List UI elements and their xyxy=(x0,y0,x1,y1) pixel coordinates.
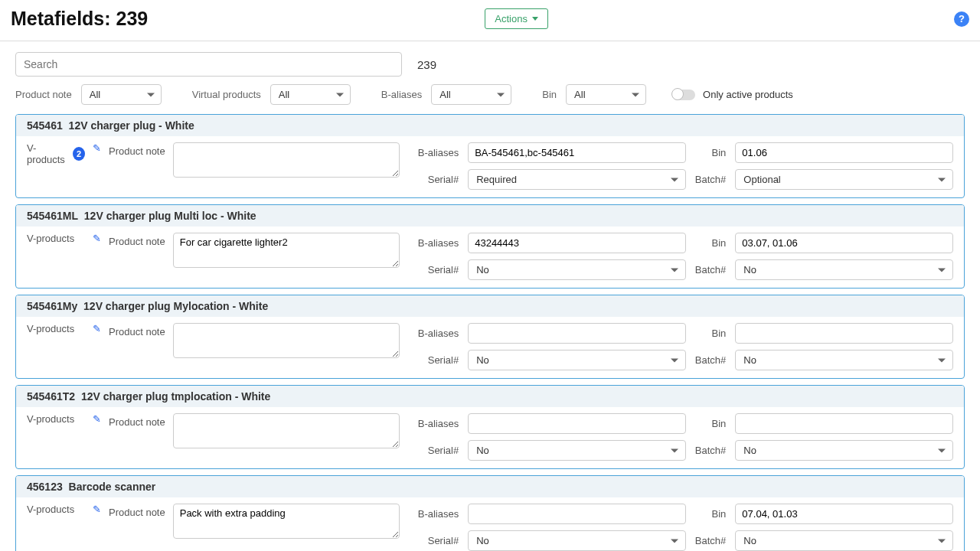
serial-select[interactable]: No xyxy=(468,350,686,370)
bin-label: Bin xyxy=(695,508,726,520)
card-header[interactable]: 545461T2 12V charger plug tmplocation - … xyxy=(16,386,964,407)
product-note-input[interactable] xyxy=(173,142,400,178)
edit-icon[interactable]: ✎ xyxy=(93,233,101,244)
actions-label: Actions xyxy=(495,13,528,24)
product-card: 545461My 12V charger plug Mylocation - W… xyxy=(15,295,965,379)
vproducts-label: V-products xyxy=(27,142,68,165)
edit-icon[interactable]: ✎ xyxy=(93,323,101,334)
product-sku: 545461ML xyxy=(27,210,78,222)
baliases-label: B-aliases xyxy=(418,237,459,249)
product-note-input[interactable] xyxy=(173,413,400,448)
baliases-label: B-aliases xyxy=(418,147,459,158)
bin-label: Bin xyxy=(695,237,726,249)
edit-icon[interactable]: ✎ xyxy=(93,413,101,425)
filter-virtual-products[interactable]: All xyxy=(270,84,351,105)
product-note-label: Product note xyxy=(109,142,165,157)
baliases-label: B-aliases xyxy=(418,418,459,429)
product-name: 12V charger plug Multi loc - White xyxy=(84,210,256,222)
serial-label: Serial# xyxy=(418,264,459,276)
product-card: 545461 12V charger plug - White V-produc… xyxy=(15,114,965,198)
vproducts-badge: 2 xyxy=(73,147,85,161)
product-note-input[interactable]: For car cigarette lighter2 xyxy=(173,233,400,268)
only-active-label: Only active products xyxy=(703,89,793,100)
product-note-label: Product note xyxy=(109,233,165,247)
card-header[interactable]: 545461 12V charger plug - White xyxy=(16,115,964,136)
batch-select[interactable]: No xyxy=(735,530,953,551)
actions-button[interactable]: Actions xyxy=(485,8,548,29)
filter-label-bin: Bin xyxy=(542,89,557,100)
filters-bar: 239 Product note All Virtual products Al… xyxy=(0,41,980,109)
product-name: Barcode scanner xyxy=(69,481,156,493)
vproducts-label: V-products xyxy=(27,504,74,515)
serial-label: Serial# xyxy=(418,174,459,185)
product-sku: 456123 xyxy=(27,481,63,493)
batch-select[interactable]: No xyxy=(735,259,953,280)
batch-select[interactable]: No xyxy=(735,440,953,461)
product-name: 12V charger plug - White xyxy=(69,119,194,132)
vproducts-label: V-products xyxy=(27,413,74,425)
help-icon[interactable]: ? xyxy=(954,11,969,27)
product-card: 545461ML 12V charger plug Multi loc - Wh… xyxy=(15,204,965,289)
serial-label: Serial# xyxy=(418,535,459,546)
bin-label: Bin xyxy=(695,418,726,429)
filter-label-baliases: B-aliases xyxy=(381,89,422,100)
page-header: Metafields: 239 Actions ? xyxy=(0,0,980,41)
card-header[interactable]: 545461ML 12V charger plug Multi loc - Wh… xyxy=(16,205,964,227)
product-note-label: Product note xyxy=(109,504,165,518)
product-card: 456123 Barcode scanner V-products ✎ Prod… xyxy=(15,475,965,551)
filter-bin[interactable]: All xyxy=(566,84,646,105)
batch-select[interactable]: Optional xyxy=(735,169,953,190)
serial-label: Serial# xyxy=(418,354,459,366)
filter-label-virtual: Virtual products xyxy=(192,89,261,100)
serial-select[interactable]: No xyxy=(468,440,686,461)
product-note-input[interactable]: Pack with extra padding xyxy=(173,504,400,539)
batch-label: Batch# xyxy=(695,535,726,546)
bin-input[interactable] xyxy=(735,323,953,344)
only-active-toggle[interactable] xyxy=(672,90,695,100)
serial-select[interactable]: No xyxy=(468,259,686,280)
product-name: 12V charger plug tmplocation - White xyxy=(81,390,270,403)
bin-label: Bin xyxy=(695,147,726,158)
vproducts-label: V-products xyxy=(27,233,74,244)
serial-select[interactable]: No xyxy=(468,530,686,551)
filter-label-product-note: Product note xyxy=(15,89,72,100)
batch-label: Batch# xyxy=(695,445,726,456)
product-sku: 545461T2 xyxy=(27,390,75,403)
baliases-input[interactable] xyxy=(468,233,686,253)
batch-label: Batch# xyxy=(695,264,726,276)
filter-b-aliases[interactable]: All xyxy=(431,84,511,105)
product-note-label: Product note xyxy=(109,323,165,337)
page-title: Metafields: 239 xyxy=(11,8,148,30)
batch-label: Batch# xyxy=(695,354,726,366)
cards-list: 545461 12V charger plug - White V-produc… xyxy=(0,109,980,551)
product-card: 545461T2 12V charger plug tmplocation - … xyxy=(15,385,965,469)
baliases-input[interactable] xyxy=(468,323,686,344)
baliases-input[interactable] xyxy=(468,142,686,163)
result-count: 239 xyxy=(417,58,436,71)
product-note-input[interactable] xyxy=(173,323,400,358)
card-header[interactable]: 545461My 12V charger plug Mylocation - W… xyxy=(16,295,964,317)
filter-product-note[interactable]: All xyxy=(81,84,162,105)
serial-select[interactable]: Required xyxy=(468,169,686,190)
baliases-label: B-aliases xyxy=(418,328,459,339)
actions-wrapper: Actions xyxy=(485,8,548,29)
bin-input[interactable] xyxy=(735,142,953,163)
bin-input[interactable] xyxy=(735,233,953,253)
batch-select[interactable]: No xyxy=(735,350,953,370)
baliases-input[interactable] xyxy=(468,504,686,524)
bin-input[interactable] xyxy=(735,504,953,524)
chevron-down-icon xyxy=(532,17,538,21)
edit-icon[interactable]: ✎ xyxy=(93,142,101,154)
batch-label: Batch# xyxy=(695,174,726,185)
vproducts-label: V-products xyxy=(27,323,74,334)
product-name: 12V charger plug Mylocation - White xyxy=(83,300,268,312)
edit-icon[interactable]: ✎ xyxy=(93,504,101,515)
card-header[interactable]: 456123 Barcode scanner xyxy=(16,476,964,497)
baliases-input[interactable] xyxy=(468,413,686,434)
product-note-label: Product note xyxy=(109,413,165,428)
bin-input[interactable] xyxy=(735,413,953,434)
bin-label: Bin xyxy=(695,328,726,339)
serial-label: Serial# xyxy=(418,445,459,456)
search-input[interactable] xyxy=(15,52,402,77)
product-sku: 545461My xyxy=(27,300,77,312)
